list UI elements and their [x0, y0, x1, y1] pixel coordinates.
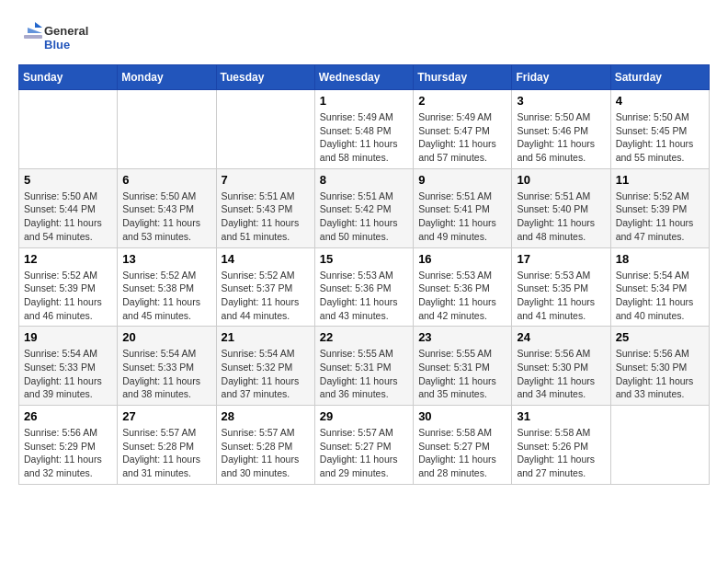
weekday-header-monday: Monday	[118, 65, 216, 90]
calendar-cell: 27Sunrise: 5:57 AM Sunset: 5:28 PM Dayli…	[118, 406, 216, 485]
day-info: Sunrise: 5:51 AM Sunset: 5:40 PM Dayligh…	[517, 190, 605, 244]
svg-text:General: General	[44, 24, 88, 38]
day-info: Sunrise: 5:53 AM Sunset: 5:35 PM Dayligh…	[517, 269, 605, 323]
calendar-cell: 15Sunrise: 5:53 AM Sunset: 5:36 PM Dayli…	[314, 247, 413, 327]
day-info: Sunrise: 5:53 AM Sunset: 5:36 PM Dayligh…	[320, 269, 408, 323]
day-number: 28	[222, 409, 310, 423]
day-info: Sunrise: 5:51 AM Sunset: 5:41 PM Dayligh…	[418, 190, 506, 244]
calendar-cell: 17Sunrise: 5:53 AM Sunset: 5:35 PM Dayli…	[512, 247, 610, 327]
week-row-4: 19Sunrise: 5:54 AM Sunset: 5:33 PM Dayli…	[19, 327, 710, 406]
calendar-cell: 8Sunrise: 5:51 AM Sunset: 5:42 PM Daylig…	[314, 168, 413, 247]
calendar-cell: 22Sunrise: 5:55 AM Sunset: 5:31 PM Dayli…	[314, 327, 413, 406]
day-info: Sunrise: 5:50 AM Sunset: 5:45 PM Dayligh…	[616, 110, 704, 165]
day-info: Sunrise: 5:51 AM Sunset: 5:43 PM Dayligh…	[222, 190, 310, 244]
day-number: 11	[616, 173, 704, 187]
logo: General Blue	[18, 18, 101, 55]
weekday-header-tuesday: Tuesday	[216, 65, 314, 90]
week-row-1: 1Sunrise: 5:49 AM Sunset: 5:48 PM Daylig…	[19, 90, 710, 169]
day-number: 19	[24, 330, 112, 344]
day-number: 13	[122, 252, 210, 266]
day-number: 2	[418, 94, 506, 108]
day-number: 20	[122, 330, 210, 344]
day-number: 12	[24, 252, 112, 266]
weekday-header-sunday: Sunday	[19, 65, 118, 90]
day-info: Sunrise: 5:57 AM Sunset: 5:28 PM Dayligh…	[222, 426, 310, 480]
day-info: Sunrise: 5:55 AM Sunset: 5:31 PM Dayligh…	[320, 347, 408, 401]
week-row-3: 12Sunrise: 5:52 AM Sunset: 5:39 PM Dayli…	[19, 247, 710, 327]
day-info: Sunrise: 5:52 AM Sunset: 5:37 PM Dayligh…	[222, 269, 310, 323]
calendar-cell: 28Sunrise: 5:57 AM Sunset: 5:28 PM Dayli…	[216, 406, 314, 485]
day-info: Sunrise: 5:50 AM Sunset: 5:43 PM Dayligh…	[122, 190, 210, 244]
day-number: 15	[320, 252, 408, 266]
calendar-cell: 16Sunrise: 5:53 AM Sunset: 5:36 PM Dayli…	[414, 247, 512, 327]
day-info: Sunrise: 5:50 AM Sunset: 5:44 PM Dayligh…	[24, 190, 112, 244]
calendar-cell: 6Sunrise: 5:50 AM Sunset: 5:43 PM Daylig…	[118, 168, 216, 247]
weekday-header-thursday: Thursday	[414, 65, 512, 90]
day-number: 27	[122, 409, 210, 423]
day-info: Sunrise: 5:57 AM Sunset: 5:28 PM Dayligh…	[122, 426, 210, 480]
calendar-table: SundayMondayTuesdayWednesdayThursdayFrid…	[18, 64, 710, 485]
calendar-cell: 18Sunrise: 5:54 AM Sunset: 5:34 PM Dayli…	[610, 247, 709, 327]
day-number: 16	[418, 252, 506, 266]
calendar-cell: 1Sunrise: 5:49 AM Sunset: 5:48 PM Daylig…	[314, 90, 413, 169]
calendar-cell: 7Sunrise: 5:51 AM Sunset: 5:43 PM Daylig…	[216, 168, 314, 247]
calendar-cell: 3Sunrise: 5:50 AM Sunset: 5:46 PM Daylig…	[512, 90, 610, 169]
svg-marker-3	[28, 28, 42, 33]
calendar-cell: 21Sunrise: 5:54 AM Sunset: 5:32 PM Dayli…	[216, 327, 314, 406]
svg-rect-4	[24, 35, 42, 39]
calendar-cell: 10Sunrise: 5:51 AM Sunset: 5:40 PM Dayli…	[512, 168, 610, 247]
calendar-cell: 19Sunrise: 5:54 AM Sunset: 5:33 PM Dayli…	[19, 327, 118, 406]
calendar-cell: 13Sunrise: 5:52 AM Sunset: 5:38 PM Dayli…	[118, 247, 216, 327]
weekday-header-wednesday: Wednesday	[314, 65, 413, 90]
logo-svg: General Blue	[18, 18, 101, 55]
day-number: 23	[418, 330, 506, 344]
calendar-cell: 31Sunrise: 5:58 AM Sunset: 5:26 PM Dayli…	[512, 406, 610, 485]
calendar-cell	[216, 90, 314, 169]
week-row-5: 26Sunrise: 5:56 AM Sunset: 5:29 PM Dayli…	[19, 406, 710, 485]
calendar-cell: 4Sunrise: 5:50 AM Sunset: 5:45 PM Daylig…	[610, 90, 709, 169]
calendar-cell: 26Sunrise: 5:56 AM Sunset: 5:29 PM Dayli…	[19, 406, 118, 485]
day-info: Sunrise: 5:54 AM Sunset: 5:33 PM Dayligh…	[122, 347, 210, 401]
calendar-cell: 24Sunrise: 5:56 AM Sunset: 5:30 PM Dayli…	[512, 327, 610, 406]
day-info: Sunrise: 5:51 AM Sunset: 5:42 PM Dayligh…	[320, 190, 408, 244]
calendar-cell: 25Sunrise: 5:56 AM Sunset: 5:30 PM Dayli…	[610, 327, 709, 406]
calendar-cell: 9Sunrise: 5:51 AM Sunset: 5:41 PM Daylig…	[414, 168, 512, 247]
day-info: Sunrise: 5:53 AM Sunset: 5:36 PM Dayligh…	[418, 269, 506, 323]
svg-text:Blue: Blue	[44, 38, 70, 52]
calendar-cell: 12Sunrise: 5:52 AM Sunset: 5:39 PM Dayli…	[19, 247, 118, 327]
day-info: Sunrise: 5:55 AM Sunset: 5:31 PM Dayligh…	[418, 347, 506, 401]
day-info: Sunrise: 5:54 AM Sunset: 5:32 PM Dayligh…	[222, 347, 310, 401]
day-number: 21	[222, 330, 310, 344]
day-number: 31	[517, 409, 605, 423]
weekday-header-saturday: Saturday	[610, 65, 709, 90]
day-info: Sunrise: 5:56 AM Sunset: 5:30 PM Dayligh…	[616, 347, 704, 401]
day-info: Sunrise: 5:56 AM Sunset: 5:29 PM Dayligh…	[24, 426, 112, 480]
day-info: Sunrise: 5:52 AM Sunset: 5:39 PM Dayligh…	[616, 190, 704, 244]
calendar-cell: 2Sunrise: 5:49 AM Sunset: 5:47 PM Daylig…	[414, 90, 512, 169]
week-row-2: 5Sunrise: 5:50 AM Sunset: 5:44 PM Daylig…	[19, 168, 710, 247]
day-number: 6	[122, 173, 210, 187]
day-info: Sunrise: 5:58 AM Sunset: 5:26 PM Dayligh…	[517, 426, 605, 480]
day-number: 18	[616, 252, 704, 266]
day-info: Sunrise: 5:57 AM Sunset: 5:27 PM Dayligh…	[320, 426, 408, 480]
day-number: 8	[320, 173, 408, 187]
day-number: 4	[616, 94, 704, 108]
day-info: Sunrise: 5:52 AM Sunset: 5:39 PM Dayligh…	[24, 269, 112, 323]
day-number: 1	[320, 94, 408, 108]
calendar-cell: 30Sunrise: 5:58 AM Sunset: 5:27 PM Dayli…	[414, 406, 512, 485]
day-info: Sunrise: 5:58 AM Sunset: 5:27 PM Dayligh…	[418, 426, 506, 480]
calendar-cell: 14Sunrise: 5:52 AM Sunset: 5:37 PM Dayli…	[216, 247, 314, 327]
calendar-cell: 11Sunrise: 5:52 AM Sunset: 5:39 PM Dayli…	[610, 168, 709, 247]
svg-marker-2	[35, 22, 42, 28]
page-header: General Blue	[18, 18, 710, 55]
day-number: 29	[320, 409, 408, 423]
calendar-cell: 29Sunrise: 5:57 AM Sunset: 5:27 PM Dayli…	[314, 406, 413, 485]
day-number: 3	[517, 94, 605, 108]
day-number: 5	[24, 173, 112, 187]
day-number: 30	[418, 409, 506, 423]
day-number: 25	[616, 330, 704, 344]
day-number: 22	[320, 330, 408, 344]
calendar-cell	[610, 406, 709, 485]
day-number: 17	[517, 252, 605, 266]
calendar-cell	[19, 90, 118, 169]
